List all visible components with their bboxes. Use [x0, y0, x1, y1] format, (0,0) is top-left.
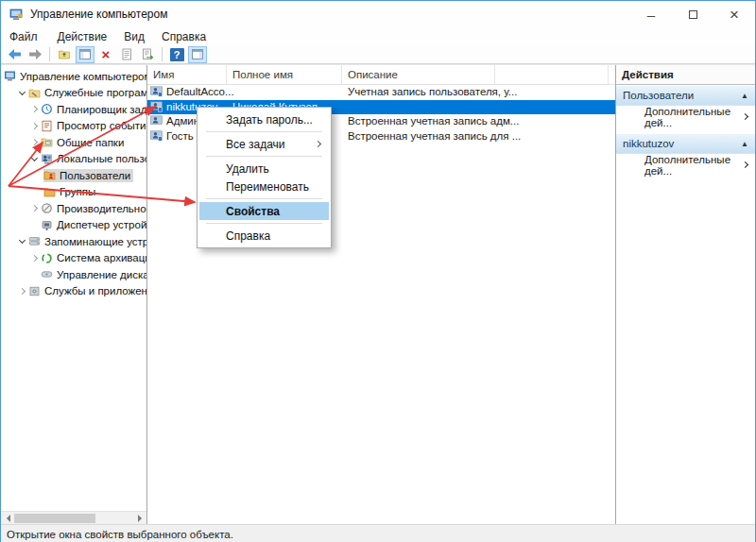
action-pane-toggle-button[interactable] [188, 46, 207, 63]
menu-item-properties[interactable]: Свойства [199, 202, 329, 220]
system-tools-icon [28, 87, 43, 99]
actions-pane: Действия Пользователи ▲ Дополнительные д… [616, 65, 755, 524]
window-title: Управление компьютером [30, 8, 167, 21]
menu-separator [206, 131, 322, 132]
chevron-right-icon[interactable] [16, 289, 28, 294]
export-list-icon [141, 48, 154, 60]
sidebar-item-local-users-and-groups[interactable]: Локальные пользовател [1, 151, 146, 168]
menu-file[interactable]: Файл [9, 27, 49, 45]
properties-sheet-icon [120, 48, 133, 60]
computer-management-app-icon [9, 8, 24, 22]
up-folder-button[interactable] [55, 46, 74, 63]
device-manager-icon [41, 219, 55, 231]
shared-folders-icon [41, 136, 55, 148]
console-tree-toggle-icon [78, 48, 92, 60]
user-row-defaultaccount[interactable]: DefaultAcco... Учетная запись пользовате… [147, 85, 615, 100]
user-icon [150, 115, 163, 128]
local-users-icon [41, 153, 55, 165]
help-button[interactable]: ? [167, 46, 186, 63]
action-pane-toggle-icon [191, 48, 204, 60]
computer-management-window: Управление компьютером – × Файл Действие… [0, 0, 756, 542]
tree-horizontal-scrollbar[interactable] [1, 511, 146, 524]
back-icon [8, 48, 22, 60]
sidebar-item-backup[interactable]: Система архивации да [1, 250, 146, 267]
column-header-extra [495, 65, 609, 84]
column-header-full-name[interactable]: Полное имя [227, 65, 342, 84]
task-scheduler-icon [41, 103, 55, 115]
collapse-icon[interactable]: ▲ [741, 92, 748, 100]
back-button[interactable] [5, 46, 24, 63]
context-menu: Задать пароль... Все задачи Удалить Пере… [197, 107, 332, 248]
user-icon [150, 130, 163, 144]
menu-item-rename[interactable]: Переименовать [199, 178, 329, 195]
close-button[interactable]: × [713, 1, 755, 27]
maximize-button[interactable] [672, 1, 713, 27]
menu-item-delete[interactable]: Удалить [199, 160, 329, 178]
sidebar-item-event-viewer[interactable]: Просмотр событий [1, 118, 146, 135]
delete-icon: × [102, 47, 111, 61]
more-actions-users[interactable]: Дополнительные дей... [616, 106, 755, 127]
console-tree-toggle-button[interactable] [76, 46, 94, 63]
menu-separator [206, 198, 322, 199]
sidebar-item-users[interactable]: Пользователи [1, 167, 146, 184]
export-list-button[interactable] [138, 46, 157, 63]
column-header-description[interactable]: Описание [342, 65, 495, 84]
chevron-right-icon[interactable] [28, 256, 41, 261]
actions-pane-title: Действия [616, 65, 755, 85]
users-folder-icon [43, 169, 58, 181]
user-icon [150, 101, 163, 114]
services-icon [28, 285, 43, 297]
forward-button[interactable] [26, 46, 44, 63]
actions-section-nikkutuzov[interactable]: nikkutuzov ▲ [616, 134, 755, 154]
sidebar-item-device-manager[interactable]: Диспетчер устройств [1, 217, 146, 234]
chevron-right-icon[interactable] [28, 206, 41, 211]
content-area: Управление компьютером (л Служебные прог… [1, 64, 755, 524]
scroll-right-icon[interactable] [134, 512, 146, 524]
chevron-right-icon[interactable] [28, 107, 41, 111]
menu-item-help[interactable]: Справка [199, 227, 329, 245]
scroll-left-icon[interactable] [1, 512, 13, 524]
menu-view[interactable]: Вид [115, 27, 153, 45]
menu-help[interactable]: Справка [153, 27, 215, 45]
delete-button[interactable]: × [96, 46, 115, 63]
backup-icon [41, 252, 55, 264]
column-header-name[interactable]: Имя [147, 65, 227, 84]
event-viewer-icon [41, 120, 55, 132]
chevron-right-icon[interactable] [28, 124, 41, 128]
chevron-right-icon[interactable] [28, 140, 41, 144]
menu-item-all-tasks[interactable]: Все задачи [199, 135, 329, 153]
up-folder-icon [58, 48, 71, 60]
sidebar-item-task-scheduler[interactable]: Планировщик заданий [1, 101, 146, 118]
actions-section-users[interactable]: Пользователи ▲ [616, 86, 755, 106]
maximize-icon [689, 10, 697, 19]
sidebar-item-computer-management[interactable]: Управление компьютером (л [1, 68, 146, 85]
scrollbar-thumb[interactable] [14, 514, 95, 523]
status-bar: Открытие окна свойств выбранного объекта… [1, 524, 755, 542]
toolbar: × ? [1, 45, 755, 64]
sidebar-item-disk-management[interactable]: Управление дисками [1, 266, 146, 283]
toolbar-separator [162, 47, 163, 61]
submenu-arrow-icon [315, 141, 321, 147]
groups-folder-icon [43, 186, 58, 198]
console-tree: Управление компьютером (л Служебные прог… [1, 65, 147, 524]
sidebar-item-shared-folders[interactable]: Общие папки [1, 134, 146, 151]
collapse-icon[interactable]: ▲ [741, 140, 748, 148]
more-actions-nikkutuzov[interactable]: Дополнительные дей... [616, 154, 755, 176]
disk-management-icon [41, 268, 55, 280]
menu-bar: Файл Действие Вид Справка [1, 27, 755, 45]
performance-icon [41, 202, 55, 214]
menu-action[interactable]: Действие [49, 27, 116, 45]
chevron-down-icon[interactable] [16, 240, 28, 243]
sidebar-item-storage[interactable]: Запоминающие устройст [1, 233, 146, 250]
chevron-down-icon[interactable] [28, 158, 41, 161]
minimize-button[interactable]: – [630, 1, 672, 27]
menu-item-set-password[interactable]: Задать пароль... [199, 110, 329, 128]
properties-button[interactable] [117, 46, 136, 63]
user-icon [150, 86, 163, 99]
sidebar-item-system-tools[interactable]: Служебные программы [1, 85, 146, 102]
sidebar-item-services-and-applications[interactable]: Службы и приложения [1, 283, 146, 300]
chevron-down-icon[interactable] [16, 92, 28, 94]
sidebar-item-performance[interactable]: Производительность [1, 200, 146, 217]
sidebar-item-groups[interactable]: Группы [1, 184, 146, 201]
computer-icon [4, 70, 18, 82]
